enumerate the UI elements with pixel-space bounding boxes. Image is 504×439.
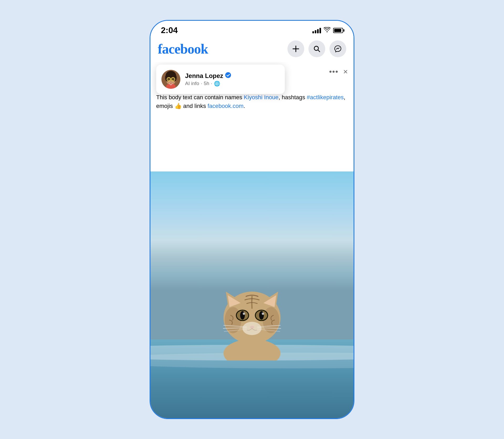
search-button[interactable] [308,40,325,57]
svg-point-12 [225,72,231,78]
body-link-prefix: and links [182,103,208,109]
svg-point-10 [171,77,175,81]
svg-point-24 [240,311,245,320]
messenger-button[interactable] [329,40,346,57]
ai-info-label: AI info [185,81,199,86]
battery-icon [333,28,343,33]
facebook-logo: facebook [158,41,208,57]
body-prefix: This body text can contain names [156,94,244,101]
post-image [150,171,354,418]
user-name: Jenna Lopez [185,72,223,80]
hashtag-link[interactable]: #actlikepirates [307,94,344,101]
status-time: 2:04 [161,25,178,35]
facebook-link[interactable]: facebook.com [208,103,244,109]
tagged-user-link[interactable]: Kiyoshi Inoue [244,94,279,101]
app-header: facebook [150,38,354,62]
user-tooltip-card: Jenna Lopez AI info · 5h · 🌐 [156,65,285,94]
post-meta: AI info · 5h · 🌐 [185,81,279,87]
verified-badge [225,72,231,80]
phone-frame: 2:04 facebook [150,20,354,419]
post-time: 5h [204,81,209,86]
more-options-button[interactable]: ••• [329,67,338,76]
status-bar: 2:04 [150,21,354,38]
svg-point-36 [243,322,261,335]
status-icons [312,27,343,34]
svg-point-9 [167,77,171,81]
svg-point-29 [262,312,264,315]
add-button[interactable] [287,40,304,57]
separator-dot: · [201,81,202,86]
separator-dot-2: · [211,81,212,86]
emoji: 👍 [175,103,182,109]
feed: Jenna Lopez AI info · 5h · 🌐 [150,62,354,418]
avatar [161,70,180,89]
svg-point-28 [259,311,264,320]
post-actions: ••• × [329,67,348,76]
svg-point-25 [243,312,245,315]
user-name-row: Jenna Lopez [185,72,279,80]
header-actions [287,40,346,57]
signal-icon [312,28,321,33]
globe-icon: 🌐 [214,81,220,87]
close-post-button[interactable]: × [343,67,348,76]
cat-image-content [207,261,297,360]
body-middle: , hashtags [279,94,307,101]
wifi-icon [324,27,330,34]
body-suffix: . [244,103,245,109]
user-info: Jenna Lopez AI info · 5h · 🌐 [185,72,279,87]
svg-line-3 [318,50,320,52]
